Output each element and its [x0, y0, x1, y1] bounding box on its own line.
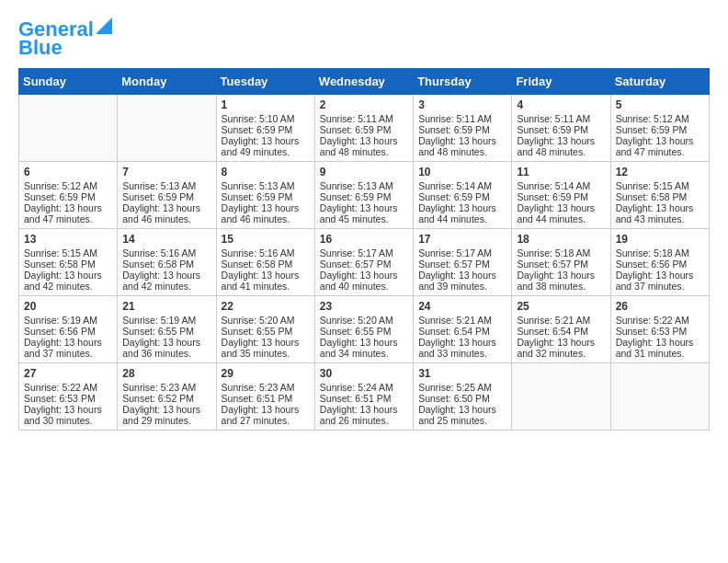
calendar-cell: 27Sunrise: 5:22 AMSunset: 6:53 PMDayligh…: [19, 363, 118, 431]
day-info: Sunrise: 5:14 AMSunset: 6:59 PMDaylight:…: [517, 180, 595, 224]
logo: General Blue: [18, 18, 112, 59]
calendar-cell: 10Sunrise: 5:14 AMSunset: 6:59 PMDayligh…: [414, 162, 512, 229]
calendar-week-1: 1Sunrise: 5:10 AMSunset: 6:59 PMDaylight…: [19, 95, 710, 162]
day-info: Sunrise: 5:18 AMSunset: 6:57 PMDaylight:…: [517, 247, 595, 292]
day-number: 12: [616, 166, 704, 178]
calendar-cell: 18Sunrise: 5:18 AMSunset: 6:57 PMDayligh…: [512, 229, 610, 296]
calendar-week-5: 27Sunrise: 5:22 AMSunset: 6:53 PMDayligh…: [19, 363, 710, 431]
day-number: 6: [24, 166, 112, 178]
day-number: 22: [222, 300, 310, 313]
day-number: 24: [418, 300, 506, 313]
day-number: 21: [122, 300, 210, 313]
day-number: 23: [320, 300, 408, 313]
day-number: 9: [320, 166, 408, 178]
day-number: 7: [122, 166, 210, 178]
day-number: 26: [616, 300, 704, 313]
day-number: 3: [418, 98, 506, 111]
day-info: Sunrise: 5:21 AMSunset: 6:54 PMDaylight:…: [418, 315, 496, 359]
calendar-week-2: 6Sunrise: 5:12 AMSunset: 6:59 PMDaylight…: [19, 162, 710, 229]
day-info: Sunrise: 5:19 AMSunset: 6:56 PMDaylight:…: [24, 315, 102, 359]
day-info: Sunrise: 5:19 AMSunset: 6:55 PMDaylight:…: [122, 315, 200, 359]
logo-blue: Blue: [18, 37, 63, 59]
calendar-table: SundayMondayTuesdayWednesdayThursdayFrid…: [18, 68, 710, 431]
weekday-thursday: Thursday: [414, 69, 512, 95]
calendar-cell: 31Sunrise: 5:25 AMSunset: 6:50 PMDayligh…: [414, 363, 512, 431]
day-info: Sunrise: 5:25 AMSunset: 6:50 PMDaylight:…: [418, 382, 496, 426]
calendar-cell: 9Sunrise: 5:13 AMSunset: 6:59 PMDaylight…: [314, 162, 413, 229]
day-number: 30: [320, 367, 408, 380]
calendar-cell: 16Sunrise: 5:17 AMSunset: 6:57 PMDayligh…: [314, 229, 413, 296]
day-info: Sunrise: 5:24 AMSunset: 6:51 PMDaylight:…: [320, 382, 398, 426]
calendar-cell: 11Sunrise: 5:14 AMSunset: 6:59 PMDayligh…: [512, 162, 610, 229]
day-number: 20: [24, 300, 112, 313]
day-info: Sunrise: 5:16 AMSunset: 6:58 PMDaylight:…: [222, 247, 300, 292]
calendar-cell: 2Sunrise: 5:11 AMSunset: 6:59 PMDaylight…: [314, 95, 413, 162]
logo-icon: [96, 17, 112, 34]
calendar-cell: 20Sunrise: 5:19 AMSunset: 6:56 PMDayligh…: [19, 296, 118, 363]
day-info: Sunrise: 5:17 AMSunset: 6:57 PMDaylight:…: [320, 247, 398, 292]
calendar-cell: 17Sunrise: 5:17 AMSunset: 6:57 PMDayligh…: [414, 229, 512, 296]
calendar-cell: 6Sunrise: 5:12 AMSunset: 6:59 PMDaylight…: [19, 162, 118, 229]
day-info: Sunrise: 5:15 AMSunset: 6:58 PMDaylight:…: [24, 247, 102, 292]
day-number: 14: [122, 233, 210, 246]
day-info: Sunrise: 5:23 AMSunset: 6:51 PMDaylight:…: [222, 382, 300, 426]
day-info: Sunrise: 5:11 AMSunset: 6:59 PMDaylight:…: [517, 113, 595, 157]
calendar-cell: 14Sunrise: 5:16 AMSunset: 6:58 PMDayligh…: [118, 229, 216, 296]
calendar-body: 1Sunrise: 5:10 AMSunset: 6:59 PMDaylight…: [19, 95, 710, 431]
calendar-week-3: 13Sunrise: 5:15 AMSunset: 6:58 PMDayligh…: [19, 229, 710, 296]
weekday-saturday: Saturday: [610, 69, 709, 95]
day-info: Sunrise: 5:13 AMSunset: 6:59 PMDaylight:…: [320, 180, 398, 224]
day-number: 10: [418, 166, 506, 178]
calendar-cell: 19Sunrise: 5:18 AMSunset: 6:56 PMDayligh…: [610, 229, 709, 296]
weekday-monday: Monday: [118, 69, 216, 95]
calendar-cell: [512, 363, 610, 431]
day-number: 19: [616, 233, 704, 246]
day-number: 8: [222, 166, 310, 178]
calendar-cell: 30Sunrise: 5:24 AMSunset: 6:51 PMDayligh…: [314, 363, 413, 431]
calendar-cell: 5Sunrise: 5:12 AMSunset: 6:59 PMDaylight…: [610, 95, 709, 162]
day-number: 28: [122, 367, 210, 380]
calendar-cell: 23Sunrise: 5:20 AMSunset: 6:55 PMDayligh…: [314, 296, 413, 363]
calendar-cell: 15Sunrise: 5:16 AMSunset: 6:58 PMDayligh…: [216, 229, 314, 296]
calendar-cell: 25Sunrise: 5:21 AMSunset: 6:54 PMDayligh…: [512, 296, 610, 363]
weekday-wednesday: Wednesday: [314, 69, 413, 95]
calendar-cell: 4Sunrise: 5:11 AMSunset: 6:59 PMDaylight…: [512, 95, 610, 162]
day-info: Sunrise: 5:22 AMSunset: 6:53 PMDaylight:…: [616, 315, 694, 359]
calendar-cell: 1Sunrise: 5:10 AMSunset: 6:59 PMDaylight…: [216, 95, 314, 162]
calendar-cell: 13Sunrise: 5:15 AMSunset: 6:58 PMDayligh…: [19, 229, 118, 296]
calendar-cell: 7Sunrise: 5:13 AMSunset: 6:59 PMDaylight…: [118, 162, 216, 229]
day-info: Sunrise: 5:12 AMSunset: 6:59 PMDaylight:…: [616, 113, 694, 157]
day-number: 4: [517, 98, 605, 111]
calendar-cell: 28Sunrise: 5:23 AMSunset: 6:52 PMDayligh…: [118, 363, 216, 431]
day-number: 29: [222, 367, 310, 380]
calendar-cell: [19, 95, 118, 162]
calendar-cell: 8Sunrise: 5:13 AMSunset: 6:59 PMDaylight…: [216, 162, 314, 229]
page-header: General Blue: [18, 18, 710, 59]
day-info: Sunrise: 5:21 AMSunset: 6:54 PMDaylight:…: [517, 315, 595, 359]
day-info: Sunrise: 5:20 AMSunset: 6:55 PMDaylight:…: [222, 315, 300, 359]
day-info: Sunrise: 5:14 AMSunset: 6:59 PMDaylight:…: [418, 180, 496, 224]
calendar-cell: 12Sunrise: 5:15 AMSunset: 6:58 PMDayligh…: [610, 162, 709, 229]
day-info: Sunrise: 5:16 AMSunset: 6:58 PMDaylight:…: [122, 247, 200, 292]
day-info: Sunrise: 5:13 AMSunset: 6:59 PMDaylight:…: [222, 180, 300, 224]
day-number: 1: [222, 98, 310, 111]
svg-marker-0: [96, 17, 112, 34]
calendar-cell: 22Sunrise: 5:20 AMSunset: 6:55 PMDayligh…: [216, 296, 314, 363]
day-info: Sunrise: 5:20 AMSunset: 6:55 PMDaylight:…: [320, 315, 398, 359]
calendar-cell: [610, 363, 709, 431]
calendar-cell: 29Sunrise: 5:23 AMSunset: 6:51 PMDayligh…: [216, 363, 314, 431]
day-number: 2: [320, 98, 408, 111]
day-info: Sunrise: 5:11 AMSunset: 6:59 PMDaylight:…: [418, 113, 496, 157]
day-number: 15: [222, 233, 310, 246]
day-number: 27: [24, 367, 112, 380]
calendar-cell: 21Sunrise: 5:19 AMSunset: 6:55 PMDayligh…: [118, 296, 216, 363]
weekday-header-row: SundayMondayTuesdayWednesdayThursdayFrid…: [19, 69, 710, 95]
day-info: Sunrise: 5:11 AMSunset: 6:59 PMDaylight:…: [320, 113, 398, 157]
calendar-cell: 26Sunrise: 5:22 AMSunset: 6:53 PMDayligh…: [610, 296, 709, 363]
day-info: Sunrise: 5:13 AMSunset: 6:59 PMDaylight:…: [122, 180, 200, 224]
weekday-tuesday: Tuesday: [216, 69, 314, 95]
day-number: 13: [24, 233, 112, 246]
day-info: Sunrise: 5:15 AMSunset: 6:58 PMDaylight:…: [616, 180, 694, 224]
calendar-cell: [118, 95, 216, 162]
weekday-sunday: Sunday: [19, 69, 118, 95]
